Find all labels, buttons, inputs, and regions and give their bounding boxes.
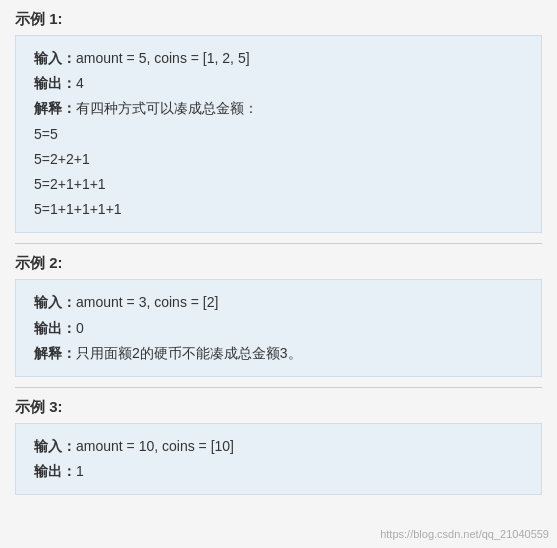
input-label-1: 输入： [34,50,76,66]
example-3-title: 示例 3: [15,398,542,417]
input-content-2: amount = 3, coins = [2] [76,294,218,310]
example-1-block: 输入：amount = 5, coins = [1, 2, 5] 输出：4 解释… [15,35,542,233]
note-label-1: 解释： [34,100,76,116]
divider-2 [15,387,542,388]
example-1-line-4: 5=2+2+1 [34,147,523,172]
input-content-3: amount = 10, coins = [10] [76,438,234,454]
example-2-section: 示例 2: 输入：amount = 3, coins = [2] 输出：0 解释… [15,254,542,377]
example-3-line-0: 输入：amount = 10, coins = [10] [34,434,523,459]
note-label-2: 解释： [34,345,76,361]
output-label-3: 输出： [34,463,76,479]
example-1-line-0: 输入：amount = 5, coins = [1, 2, 5] [34,46,523,71]
example-1-line-1: 输出：4 [34,71,523,96]
example-1-line-5: 5=2+1+1+1 [34,172,523,197]
example-1-line-2: 解释：有四种方式可以凑成总金额： [34,96,523,121]
example-3-line-1: 输出：1 [34,459,523,484]
page-content: 示例 1: 输入：amount = 5, coins = [1, 2, 5] 输… [15,10,542,495]
input-label-3: 输入： [34,438,76,454]
divider-1 [15,243,542,244]
example-2-line-1: 输出：0 [34,316,523,341]
output-content-3: 1 [76,463,84,479]
input-label-2: 输入： [34,294,76,310]
output-label-2: 输出： [34,320,76,336]
input-content-1: amount = 5, coins = [1, 2, 5] [76,50,250,66]
example-2-title: 示例 2: [15,254,542,273]
example-1-section: 示例 1: 输入：amount = 5, coins = [1, 2, 5] 输… [15,10,542,233]
example-1-title: 示例 1: [15,10,542,29]
example-2-line-0: 输入：amount = 3, coins = [2] [34,290,523,315]
output-content-2: 0 [76,320,84,336]
watermark: https://blog.csdn.net/qq_21040559 [380,528,549,540]
output-label-1: 输出： [34,75,76,91]
example-2-block: 输入：amount = 3, coins = [2] 输出：0 解释：只用面额2… [15,279,542,377]
example-3-block: 输入：amount = 10, coins = [10] 输出：1 [15,423,542,495]
note-content-2: 只用面额2的硬币不能凑成总金额3。 [76,345,302,361]
example-3-section: 示例 3: 输入：amount = 10, coins = [10] 输出：1 [15,398,542,495]
example-1-line-3: 5=5 [34,122,523,147]
note-content-1: 有四种方式可以凑成总金额： [76,100,258,116]
output-content-1: 4 [76,75,84,91]
example-1-line-6: 5=1+1+1+1+1 [34,197,523,222]
example-2-line-2: 解释：只用面额2的硬币不能凑成总金额3。 [34,341,523,366]
